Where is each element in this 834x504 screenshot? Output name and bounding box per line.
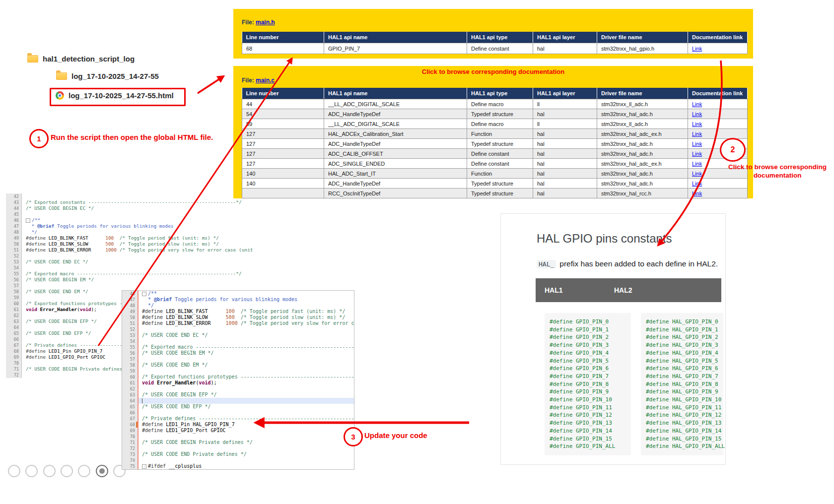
define-line: #define GPIO_PIN_13 <box>550 419 631 427</box>
define-line: #define GPIO_PIN_0 <box>550 318 631 326</box>
code-editor-updated[interactable]: 46-/**47 * @brief Toggle periods for var… <box>122 290 354 470</box>
define-line: #define GPIO_PIN_11 <box>550 404 631 412</box>
table-cell: 127 <box>242 139 324 149</box>
line-number: 59 <box>6 295 22 301</box>
code-line: 46-/** <box>122 291 354 297</box>
step-2-text-line1: Click to browse corresponding <box>721 163 834 171</box>
table-cell: stm32tnxx_hal_rcc.h <box>597 189 688 198</box>
define-line: #define GPIO_PIN_9 <box>550 388 631 396</box>
table-row: 68GPIO_PIN_7Define constanthalstm32tnxx_… <box>242 43 748 54</box>
define-line: #define HAL_GPIO_PIN_4 <box>646 349 723 357</box>
table-cell: hal <box>533 189 597 198</box>
code-line: 63/* USER CODE BEGIN EFP */ <box>122 392 354 398</box>
documentation-link[interactable]: Link <box>692 151 702 157</box>
fold-icon[interactable]: - <box>26 218 30 223</box>
table-cell: __LL_ADC_DIGITAL_SCALE <box>324 99 467 109</box>
column-hal1: HAL1 <box>545 286 614 294</box>
table-cell: Function <box>467 169 533 179</box>
code-line: 55/* Exported macro --------------------… <box>122 344 354 350</box>
documentation-link[interactable]: Link <box>692 171 702 177</box>
documentation-link[interactable]: Link <box>692 181 702 187</box>
table-header-row: Line numberHAL1 api nameHAL1 api typeHAL… <box>242 32 748 43</box>
table-row: 54ADC_HandleTypeDefTypedef structurehals… <box>242 109 748 119</box>
table-cell: HAL_ADCEx_Calibration_Start <box>324 129 467 139</box>
define-line: #define GPIO_PIN_1 <box>550 326 631 334</box>
line-number: 57 <box>122 356 138 362</box>
table-cell: Typedef structure <box>467 109 533 119</box>
line-number: 58 <box>6 289 22 295</box>
line-number: 49 <box>122 309 138 315</box>
file-prefix: File: <box>242 77 254 84</box>
column-header: Driver file name <box>597 32 688 43</box>
code-line: 57 <box>122 356 354 362</box>
documentation-link[interactable]: Link <box>692 121 702 127</box>
code-line: 55/* Exported macro --------------------… <box>6 271 253 277</box>
column-header: Line number <box>242 88 324 99</box>
folder-item-log[interactable]: log_17-10-2025_14-27-55 <box>56 72 159 80</box>
code-line: 44/* USER CODE BEGIN EC */ <box>6 205 253 211</box>
file-link-main-h[interactable]: main.h <box>256 19 275 26</box>
code-line: 56/* USER CODE BEGIN EM */ <box>122 350 354 356</box>
define-line: #define HAL_GPIO_PIN_8 <box>646 380 723 388</box>
line-number: 61 <box>6 307 22 313</box>
line-number: 52 <box>122 326 138 332</box>
table-cell: hal <box>533 139 597 149</box>
define-line: #define HAL_GPIO_PIN_6 <box>646 365 723 373</box>
define-line: #define GPIO_PIN_15 <box>550 435 631 443</box>
folder-item-root[interactable]: hal1_detection_script_log <box>27 55 135 63</box>
page: { "colors": { "accent_red": "#EE0000", "… <box>0 0 834 504</box>
table-cell: stm32tnxx_hal_adc_ex.h <box>597 129 688 139</box>
code-line: 64 <box>122 398 354 404</box>
documentation-link[interactable]: Link <box>692 141 702 147</box>
line-number: 72 <box>6 372 22 378</box>
line-number: 54 <box>6 265 22 271</box>
fold-icon[interactable]: - <box>142 292 146 296</box>
table-cell: ll <box>533 99 597 109</box>
file-label-main-h: File: main.h <box>242 19 275 26</box>
table-cell: 68 <box>242 43 324 54</box>
column-header: HAL1 api name <box>324 32 467 43</box>
folder-icon <box>56 72 67 80</box>
arrow-file-to-table <box>198 76 223 93</box>
code-line: 47 * @brief Toggle periods for various b… <box>6 223 253 229</box>
table-cell: hal <box>533 179 597 189</box>
documentation-link[interactable]: Link <box>692 131 702 137</box>
table-cell: Define macro <box>467 99 533 109</box>
table-cell: 44 <box>242 99 324 109</box>
code-line: 59 <box>122 368 354 374</box>
documentation-link[interactable]: Link <box>692 190 702 196</box>
ring-icon <box>61 465 73 477</box>
report-band-main-h: File: main.h Line numberHAL1 api nameHAL… <box>233 9 753 59</box>
folder-label: hal1_detection_script_log <box>43 55 135 63</box>
ring-icon <box>25 465 38 477</box>
line-number: 64 <box>6 324 22 330</box>
code-line: 65/* USER CODE END EFP */ <box>122 404 354 410</box>
documentation-link[interactable]: Link <box>692 111 702 117</box>
table-cell: stm32tnxx_hal_adc_ex.h <box>597 159 688 169</box>
define-line: #define HAL_GPIO_PIN_5 <box>646 357 723 365</box>
code-line: 66 <box>122 410 354 416</box>
fold-icon[interactable]: - <box>142 464 146 469</box>
table-cell: Define constant <box>467 149 533 159</box>
line-number: 65 <box>122 404 138 410</box>
code-chip: HAL_ <box>537 260 556 268</box>
define-line: #define GPIO_PIN_ALL <box>550 442 631 450</box>
documentation-link[interactable]: Link <box>692 101 702 107</box>
file-link-main-c[interactable]: main.c <box>256 77 275 84</box>
line-number: 71 <box>6 366 22 372</box>
documentation-link[interactable]: Link <box>692 46 702 52</box>
column-header: Driver file name <box>597 88 688 99</box>
code-line: 52 <box>6 253 253 259</box>
define-line: #define HAL_GPIO_PIN_0 <box>646 318 723 326</box>
documentation-page: HAL GPIO pins constants HAL_ prefix has … <box>500 213 726 465</box>
table-row: 140ADC_HandleTypeDefTypedef structurehal… <box>242 179 748 189</box>
line-number: 43 <box>6 199 22 205</box>
line-number: 57 <box>6 283 22 289</box>
define-line: #define HAL_GPIO_PIN_1 <box>646 326 723 334</box>
table-cell: ADC_HandleTypeDef <box>324 109 467 119</box>
column-header: HAL1 api layer <box>533 88 597 99</box>
table-row: 127ADC_HandleTypeDefTypedef structurehal… <box>242 139 748 149</box>
documentation-link[interactable]: Link <box>692 161 702 167</box>
column-header: Documentation link <box>688 32 748 43</box>
line-number: 56 <box>6 277 22 283</box>
